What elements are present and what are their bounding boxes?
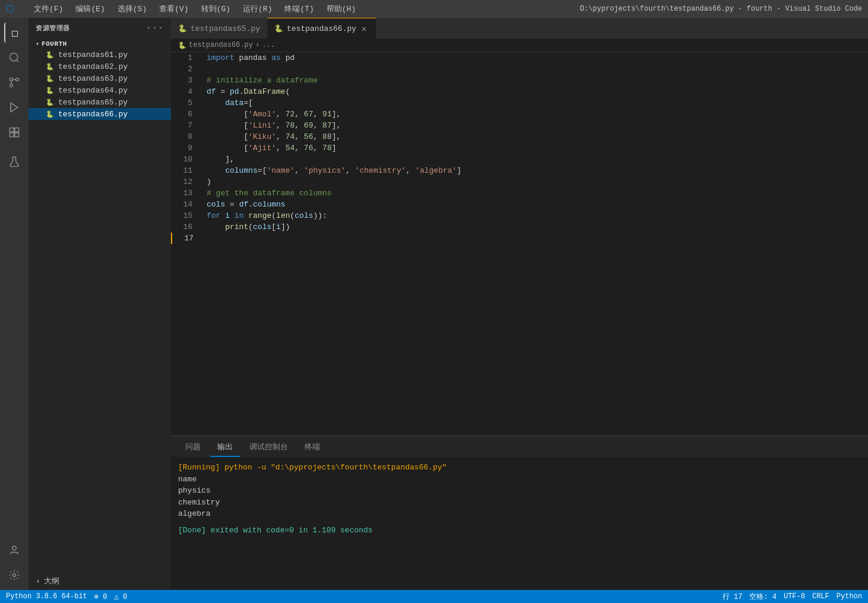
line-number: 6	[171, 109, 201, 120]
tab-close-button[interactable]: ✕	[360, 23, 368, 34]
line-number: 9	[171, 142, 201, 154]
status-line-ending[interactable]: CRLF	[812, 592, 829, 602]
line-content	[202, 233, 868, 244]
test-icon[interactable]	[4, 152, 24, 172]
status-language[interactable]: Python	[837, 592, 862, 602]
file-label: testpandas64.py	[58, 86, 128, 95]
panel-run-line: [Running] python -u "d:\pyprojects\fourt…	[178, 462, 861, 474]
files-icon[interactable]: ◻	[4, 23, 24, 43]
sidebar-more-button[interactable]: ···	[146, 23, 164, 33]
line-number: 10	[171, 154, 201, 165]
menu-file[interactable]: 文件(F)	[29, 2, 68, 15]
folder-fourth[interactable]: ▾ FOURTH	[28, 39, 171, 49]
line-number: 11	[171, 165, 201, 176]
panel-tab-debug[interactable]: 调试控制台	[242, 438, 295, 457]
menu-view[interactable]: 查看(V)	[154, 2, 193, 15]
panel-output-algebra: algebra	[178, 508, 861, 520]
file-label: testpandas63.py	[58, 74, 128, 83]
tab-testpandas65[interactable]: 🐍 testpandas65.py	[171, 18, 267, 39]
sidebar-item-testpandas61[interactable]: 🐍 testpandas61.py	[28, 49, 171, 61]
svg-rect-11	[10, 133, 14, 137]
code-line-12: 12 )	[171, 176, 868, 188]
svg-rect-12	[15, 133, 19, 137]
search-icon[interactable]	[4, 47, 24, 68]
svg-point-0	[10, 53, 18, 61]
sidebar-item-testpandas65[interactable]: 🐍 testpandas65.py	[28, 96, 171, 108]
sidebar-item-testpandas62[interactable]: 🐍 testpandas62.py	[28, 61, 171, 72]
menu-goto[interactable]: 转到(G)	[197, 2, 235, 15]
line-number: 2	[171, 64, 201, 75]
source-control-icon[interactable]	[4, 72, 24, 93]
line-content: import pandas as pd	[201, 52, 868, 64]
panel-tab-output[interactable]: 输出	[210, 438, 240, 457]
status-warnings[interactable]: △ 0	[114, 592, 127, 601]
extensions-icon[interactable]	[4, 122, 24, 142]
code-line-11: 11 columns=['name', 'physics', 'chemistr…	[171, 165, 868, 176]
file-label: testpandas65.py	[58, 98, 128, 107]
menu-terminal[interactable]: 终端(T)	[280, 2, 318, 15]
menu-select[interactable]: 选择(S)	[113, 2, 151, 15]
status-bar: Python 3.8.6 64-bit ⊗ 0 △ 0 行 17 空格: 4 U…	[0, 590, 868, 603]
line-number: 15	[171, 210, 201, 221]
line-number: 13	[171, 188, 201, 199]
status-errors[interactable]: ⊗ 0	[94, 592, 107, 601]
sidebar-item-testpandas63[interactable]: 🐍 testpandas63.py	[28, 72, 171, 84]
status-spaces[interactable]: 空格: 4	[749, 592, 777, 602]
menu-help[interactable]: 帮助(H)	[322, 2, 360, 15]
file-label: testpandas66.py	[58, 110, 128, 119]
svg-marker-7	[11, 103, 18, 112]
line-content: # get the dataframe columns	[201, 188, 868, 199]
menu-run[interactable]: 运行(R)	[238, 2, 277, 15]
line-number: 17	[172, 233, 202, 244]
status-encoding[interactable]: UTF-8	[784, 592, 805, 602]
line-number: 3	[171, 75, 201, 86]
line-number: 8	[171, 131, 201, 142]
panel: 问题 输出 调试控制台 终端 [Running] python -u "d:\p…	[171, 436, 868, 590]
settings-icon[interactable]	[4, 565, 24, 585]
status-line-col[interactable]: 行 17	[723, 592, 743, 602]
tab-label: testpandas65.py	[191, 24, 260, 33]
run-debug-icon[interactable]	[4, 97, 24, 118]
code-line-15: 15 for i in range(len(cols)):	[171, 210, 868, 221]
account-icon[interactable]	[4, 540, 24, 560]
status-python-version[interactable]: Python 3.8.6 64-bit	[6, 592, 87, 601]
menu-bar: 文件(F) 编辑(E) 选择(S) 查看(V) 转到(G) 运行(R) 终端(T…	[29, 2, 360, 15]
code-line-6: 6 ['Amol', 72, 67, 91],	[171, 109, 868, 120]
outline-toggle[interactable]: › 大纲	[36, 575, 164, 588]
folder-section: ▾ FOURTH 🐍 testpandas61.py 🐍 testpandas6…	[28, 38, 171, 121]
panel-tab-problems[interactable]: 问题	[178, 438, 208, 457]
breadcrumb-filename[interactable]: testpandas66.py	[189, 41, 253, 49]
line-number: 7	[171, 120, 201, 131]
sidebar-item-testpandas64[interactable]: 🐍 testpandas64.py	[28, 84, 171, 96]
svg-point-3	[10, 84, 13, 87]
sidebar-item-testpandas66[interactable]: 🐍 testpandas66.py	[28, 108, 171, 120]
breadcrumb-dots: ...	[262, 41, 275, 49]
line-content: ['Kiku', 74, 56, 88],	[201, 131, 868, 142]
python-file-icon: 🐍	[45, 50, 55, 59]
file-label: testpandas62.py	[58, 62, 128, 71]
panel-tab-terminal[interactable]: 终端	[297, 438, 327, 457]
line-content	[201, 64, 868, 75]
titlebar: ⬡ 文件(F) 编辑(E) 选择(S) 查看(V) 转到(G) 运行(R) 终端…	[0, 0, 868, 18]
outline-label: 大纲	[44, 576, 59, 586]
code-line-14: 14 cols = df.columns	[171, 199, 868, 210]
line-content: cols = df.columns	[201, 199, 868, 210]
breadcrumb: 🐍 testpandas66.py › ...	[171, 39, 868, 52]
code-editor[interactable]: 1 import pandas as pd 2 3 # initialize a…	[171, 52, 868, 436]
code-line-2: 2	[171, 64, 868, 75]
code-line-9: 9 ['Ajit', 54, 76, 78]	[171, 142, 868, 154]
line-number: 14	[171, 199, 201, 210]
line-content: ],	[201, 154, 868, 165]
tab-label: testpandas66.py	[287, 24, 356, 33]
line-content: ['Ajit', 54, 76, 78]	[201, 142, 868, 154]
code-line-4: 4 df = pd.DataFrame(	[171, 86, 868, 97]
tab-testpandas66[interactable]: 🐍 testpandas66.py ✕	[267, 18, 375, 39]
python-file-icon: 🐍	[45, 109, 55, 119]
file-label: testpandas61.py	[58, 50, 128, 59]
line-content: data=[	[201, 97, 868, 109]
line-content: print(cols[i])	[201, 221, 868, 233]
menu-edit[interactable]: 编辑(E)	[71, 2, 109, 15]
code-line-17: 17	[171, 233, 868, 244]
line-content: ['Lini', 78, 69, 87],	[201, 120, 868, 131]
line-content: )	[201, 176, 868, 188]
